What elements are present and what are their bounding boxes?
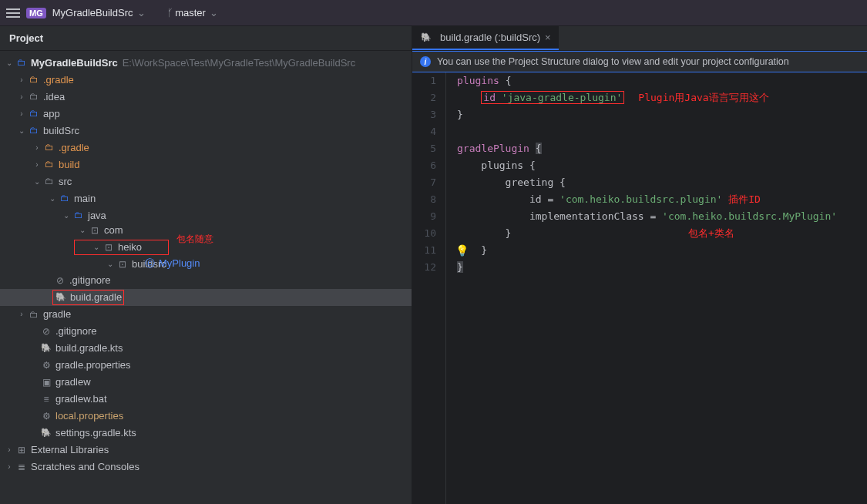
tree-item[interactable]: gradle.properties <box>0 357 412 374</box>
module-icon <box>28 124 40 136</box>
gear-icon <box>40 359 52 371</box>
folder-icon <box>28 73 40 86</box>
tree-item[interactable]: .gitignore <box>0 323 412 340</box>
scratch-icon <box>15 461 28 473</box>
tree-item[interactable]: gradlew <box>0 374 412 391</box>
tree-item[interactable]: .gitignore <box>0 272 412 289</box>
tree-item[interactable]: ›app <box>0 105 412 122</box>
banner-text: You can use the Project Structure dialog… <box>437 56 789 67</box>
tree-item[interactable]: build.gradle.kts <box>0 340 412 357</box>
tree-item[interactable]: ⌄com <box>76 222 166 239</box>
info-icon: i <box>420 56 431 67</box>
folder-icon <box>28 308 40 321</box>
gitignore-icon <box>54 274 66 287</box>
project-sidebar: Project ⌄MyGradleBuildSrcE:\WorkSpace\Te… <box>0 26 412 504</box>
gradle-icon <box>55 291 67 304</box>
tab-label: build.gradle (:buildSrc) <box>440 32 540 43</box>
editor-tabs: build.gradle (:buildSrc) × <box>412 26 867 51</box>
tree-item[interactable]: ›Scratches and Consoles <box>0 459 412 475</box>
chevron-down-icon: ⌄ <box>210 7 218 18</box>
class-icon <box>143 257 156 270</box>
editor-pane: build.gradle (:buildSrc) × i You can use… <box>412 26 867 504</box>
tree-root[interactable]: ⌄MyGradleBuildSrcE:\WorkSpace\Test\MyGra… <box>0 54 412 71</box>
annotation-text: 包名随意 <box>176 233 213 246</box>
tree-item-selected[interactable]: build.gradle <box>0 289 412 306</box>
tree-item[interactable]: ›.idea <box>0 88 412 105</box>
tree-item[interactable]: ›.gradle <box>0 71 412 88</box>
folder-icon <box>43 158 55 170</box>
editor-tab[interactable]: build.gradle (:buildSrc) × <box>412 26 559 50</box>
src-folder-icon <box>72 209 85 221</box>
project-badge: MG <box>26 8 46 18</box>
annotation-box: build.gradle <box>52 290 124 305</box>
module-icon <box>15 56 28 69</box>
package-icon <box>116 258 129 270</box>
terminal-icon <box>40 376 52 388</box>
package-icon <box>102 241 115 254</box>
tree-item[interactable]: MyPlugin <box>0 255 412 272</box>
project-name[interactable]: MyGradleBuildSrc ⌄ <box>52 7 146 18</box>
tree-item[interactable]: ⌄main <box>0 190 412 207</box>
folder-icon <box>28 90 40 102</box>
annotation-box: ⌄com ⌄heiko ⌄buildsrc <box>74 240 169 255</box>
gutter: 1 2 3 4 5 6 7 8 9 10 11 12 <box>412 72 446 504</box>
tree-item[interactable]: local.properties <box>0 408 412 425</box>
project-tree[interactable]: ⌄MyGradleBuildSrcE:\WorkSpace\Test\MyGra… <box>0 51 412 504</box>
close-icon[interactable]: × <box>545 32 551 43</box>
branch-icon: ᚶ <box>167 7 173 18</box>
gradle-icon <box>40 427 52 439</box>
chevron-down-icon: ⌄ <box>137 7 146 18</box>
titlebar: MG MyGradleBuildSrc ⌄ ᚶmaster ⌄ <box>0 0 867 26</box>
folder-icon <box>43 141 55 153</box>
gradle-icon <box>420 32 432 44</box>
tree-item[interactable]: ⌄src <box>0 173 412 190</box>
src-folder-icon <box>59 192 71 204</box>
tree-item[interactable]: ⌄heiko <box>76 239 166 256</box>
package-icon <box>89 224 101 237</box>
tree-item[interactable]: ›External Libraries <box>0 442 412 459</box>
vcs-branch[interactable]: ᚶmaster ⌄ <box>167 7 218 18</box>
tree-item[interactable]: ⌄java <box>0 207 412 223</box>
tree-item[interactable]: ›gradle <box>0 306 412 323</box>
module-icon <box>28 107 40 119</box>
library-icon <box>15 444 28 456</box>
project-tool-header[interactable]: Project <box>0 26 412 51</box>
folder-icon <box>43 175 55 187</box>
tree-item[interactable]: ›.gradle <box>0 139 412 156</box>
gear-icon <box>40 410 52 422</box>
gitignore-icon <box>40 325 52 338</box>
tree-item[interactable]: settings.gradle.kts <box>0 425 412 442</box>
intention-bulb-icon[interactable]: 💡 <box>455 242 469 259</box>
file-icon <box>40 393 52 405</box>
hamburger-menu[interactable] <box>6 8 20 18</box>
tree-item[interactable]: ›build <box>0 156 412 173</box>
code-editor[interactable]: 1 2 3 4 5 6 7 8 9 10 11 12 plugins { id … <box>412 72 867 504</box>
code-body[interactable]: plugins { id 'java-gradle-plugin'Plugin用… <box>446 72 867 504</box>
tree-item[interactable]: gradlew.bat <box>0 391 412 408</box>
info-banner[interactable]: i You can use the Project Structure dial… <box>412 51 867 72</box>
tree-item[interactable]: ⌄buildSrc <box>0 122 412 139</box>
gradle-icon <box>40 342 52 354</box>
